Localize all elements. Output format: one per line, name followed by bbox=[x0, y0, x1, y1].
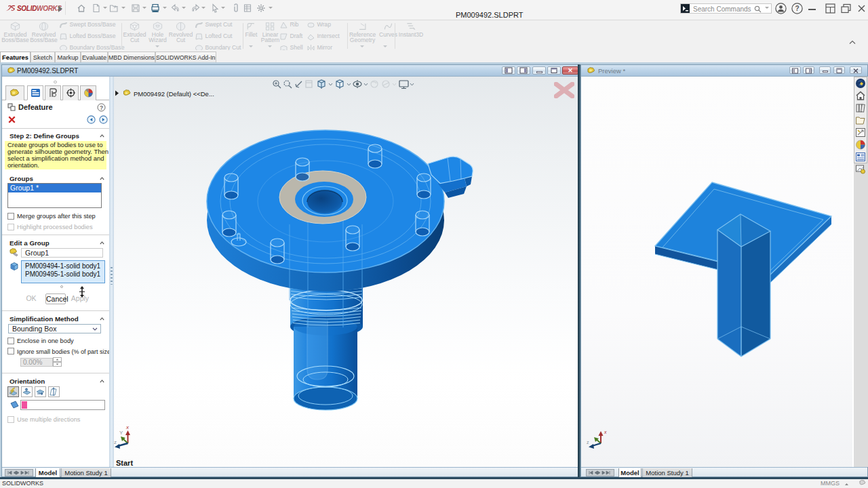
svg-text:?: ? bbox=[795, 5, 799, 12]
svg-text:z: z bbox=[114, 439, 117, 445]
svg-text:x: x bbox=[604, 430, 607, 434]
svg-text:?: ? bbox=[100, 104, 103, 111]
svg-text:x: x bbox=[125, 424, 130, 430]
svg-text:z: z bbox=[587, 440, 589, 445]
svg-text:Y: Y bbox=[119, 430, 123, 436]
